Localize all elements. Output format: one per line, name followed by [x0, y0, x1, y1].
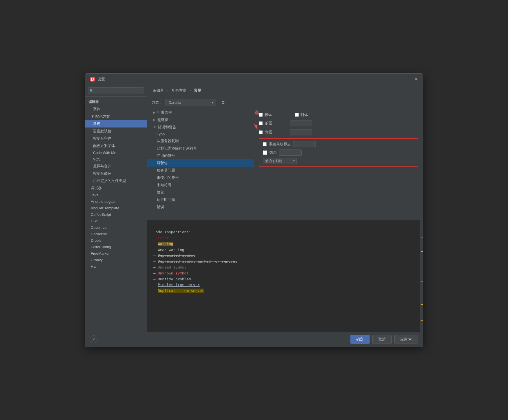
- app-icon: IJ: [90, 76, 95, 82]
- scrollbar-mark-warning: [421, 251, 423, 252]
- tree-item-deprecated[interactable]: 弃用的符号: [147, 152, 254, 159]
- tree-item-runtime[interactable]: 运行时问题: [147, 196, 254, 203]
- effect-type-select[interactable]: 波浪下划线: [263, 158, 297, 164]
- expand-arrow: ▶: [153, 111, 156, 114]
- sidebar-item-codewithme[interactable]: Code With Me: [85, 149, 147, 156]
- tree-item-label: 行覆盖率: [157, 110, 172, 115]
- preview-scrollbar[interactable]: [420, 220, 423, 332]
- sidebar-item-android-logcat[interactable]: Android Logcat: [85, 198, 147, 205]
- foreground-checkbox[interactable]: [259, 121, 263, 125]
- highlight-row-error-stripe: 误差条纹标志: [263, 141, 414, 147]
- scrollbar-marks: [420, 220, 423, 332]
- preview-line-unknown: — Unknown symbol: [153, 271, 189, 275]
- footer-left: ?: [90, 335, 348, 344]
- sidebar-item-console-color[interactable]: 控制台颜色: [85, 170, 147, 177]
- tree-item-warning[interactable]: 警告: [147, 189, 254, 196]
- effect-checkbox[interactable]: [263, 150, 267, 155]
- sidebar-item-lang-default[interactable]: 语言默认值: [85, 127, 147, 135]
- sidebar-item-vcs[interactable]: VCS: [85, 156, 147, 162]
- tree-item-duplicate-server[interactable]: 从服务器复制: [147, 137, 254, 145]
- highlight-box: 误差条纹标志 效果 波浪下: [259, 138, 418, 167]
- props-row-background: 背景: [259, 129, 418, 135]
- preview-line-warning: — Warning: [153, 242, 173, 246]
- tree-item-server-problem[interactable]: 服务器问题: [147, 167, 254, 174]
- sidebar-item-dockerfile[interactable]: Dockerfile: [85, 231, 147, 237]
- preview-inner: Code Inspections: — Error — Warning — We…: [147, 220, 423, 332]
- effect-select-inner: 波浪下划线 ▼: [263, 158, 297, 164]
- sidebar-item-colorscheme[interactable]: ▼ 配色方案: [85, 113, 147, 120]
- background-color-box[interactable]: [290, 129, 312, 135]
- sidebar-item-drools[interactable]: Drools: [85, 237, 147, 244]
- tree-item-deprecated-removal[interactable]: 已标记为移除的弃用符号: [147, 145, 254, 152]
- bold-checkbox[interactable]: [259, 113, 263, 117]
- tree-item-label: 错误和警告: [158, 125, 176, 130]
- error-stripe-checkbox[interactable]: [263, 142, 267, 146]
- sidebar-item-scheme-font[interactable]: 配色方案字体: [85, 142, 147, 149]
- tree-item-label: Typo: [157, 132, 165, 136]
- sidebar-item-coffeescript[interactable]: CoffeeScript: [85, 211, 147, 218]
- highlight-row-effect: 效果: [263, 149, 414, 156]
- scheme-select-wrap: Darcula ▼: [165, 99, 216, 106]
- sidebar-item-diff[interactable]: 差异与合并: [85, 162, 147, 170]
- window-title: 设置: [98, 77, 105, 82]
- tree-item-unknown[interactable]: 未知符号: [147, 181, 254, 189]
- tree-item-coverage[interactable]: ▶ 行覆盖率: [147, 109, 254, 116]
- scrollbar-mark-error: [421, 237, 423, 238]
- preview-pane: Code Inspections: — Error — Warning — We…: [147, 220, 423, 332]
- sidebar-item-haml[interactable]: Haml: [85, 263, 147, 270]
- preview-line-unused: — Unused symbol: [153, 265, 186, 269]
- sidebar-item-groovy[interactable]: Groovy: [85, 257, 147, 263]
- tree-item-label: 未使用的符号: [157, 175, 179, 180]
- tree-item-unused[interactable]: 未使用的符号: [147, 174, 254, 181]
- sidebar: 🔍 编辑器 字体 ▼ 配色方案 常规 语言默认值 控制台字体 配色方案字体 Co…: [85, 85, 147, 332]
- background-checkbox[interactable]: [259, 130, 263, 134]
- italic-checkbox[interactable]: [295, 113, 299, 117]
- title-bar: IJ 设置 ✕: [85, 74, 423, 85]
- tree-item-label: 运行时问题: [157, 197, 175, 202]
- tree-item-errors-warnings[interactable]: ▼ 错误和警告: [147, 124, 254, 131]
- sidebar-item-angular[interactable]: Angular Template: [85, 205, 147, 211]
- sidebar-item-cucumber[interactable]: Cucumber: [85, 224, 147, 231]
- foreground-label: 前景: [265, 121, 288, 126]
- effect-color-box[interactable]: [279, 149, 302, 156]
- sidebar-item-freemarker[interactable]: FreeMarker: [85, 250, 147, 257]
- content-split: ▶ 行覆盖率 ▶ 超链接 ▼ 错误和警告 Typo 从服: [147, 109, 423, 220]
- preview-line-runtime: — Runtime problem: [153, 277, 191, 281]
- preview-line-weak: — Weak warning: [153, 248, 184, 252]
- close-button[interactable]: ✕: [414, 77, 418, 82]
- tree-item-weak-warning[interactable]: 弱警告: [147, 159, 254, 167]
- cancel-button[interactable]: 取消: [372, 335, 392, 344]
- bc-editor: 编辑器: [153, 88, 164, 93]
- sidebar-item-console-font[interactable]: 控制台字体: [85, 135, 147, 142]
- sidebar-item-css[interactable]: CSS: [85, 218, 147, 224]
- error-stripe-color-box[interactable]: [293, 141, 316, 147]
- sidebar-item-debugger[interactable]: 调试器: [85, 184, 147, 192]
- tree-item-label: 从服务器复制: [157, 138, 179, 144]
- tree-item-typo[interactable]: Typo: [147, 131, 254, 137]
- bc-colorscheme: 配色方案: [172, 88, 186, 93]
- apply-button[interactable]: 应用(A): [394, 335, 418, 344]
- sidebar-item-font[interactable]: 字体: [85, 105, 147, 113]
- sidebar-item-java[interactable]: Java: [85, 192, 147, 198]
- foreground-color-box[interactable]: [290, 120, 312, 126]
- sidebar-item-general[interactable]: 常规: [85, 120, 147, 127]
- sidebar-item-user-filetype[interactable]: 用户定义的文件类型: [85, 177, 147, 184]
- error-stripe-label: 误差条纹标志: [269, 142, 291, 147]
- scheme-select[interactable]: Darcula: [165, 99, 216, 106]
- preview-line-duplicate: — Duplicate from server: [153, 289, 204, 293]
- tree-item-label: 服务器问题: [157, 168, 175, 173]
- preview-line-deprecated: — Deprecated symbol: [153, 253, 195, 258]
- tree-item-error[interactable]: 错误: [147, 203, 254, 211]
- preview-line-error: — Error: [153, 236, 169, 240]
- sidebar-group-label: 编辑器: [85, 98, 147, 105]
- sidebar-item-editorconfig[interactable]: EditorConfig: [85, 244, 147, 250]
- tree-item-hyperlink[interactable]: ▶ 超链接: [147, 116, 254, 124]
- ok-button[interactable]: 确定: [350, 335, 370, 344]
- bold-label: 粗体: [264, 112, 287, 117]
- preview-title: Code Inspections:: [153, 230, 191, 234]
- scheme-row: 方案： Darcula ▼ ⚙: [147, 96, 423, 109]
- sidebar-section: 编辑器 字体 ▼ 配色方案 常规 语言默认值 控制台字体 配色方案字体 Code…: [85, 97, 147, 271]
- help-button[interactable]: ?: [90, 335, 98, 343]
- search-input[interactable]: [88, 87, 144, 94]
- gear-button[interactable]: ⚙: [219, 98, 227, 107]
